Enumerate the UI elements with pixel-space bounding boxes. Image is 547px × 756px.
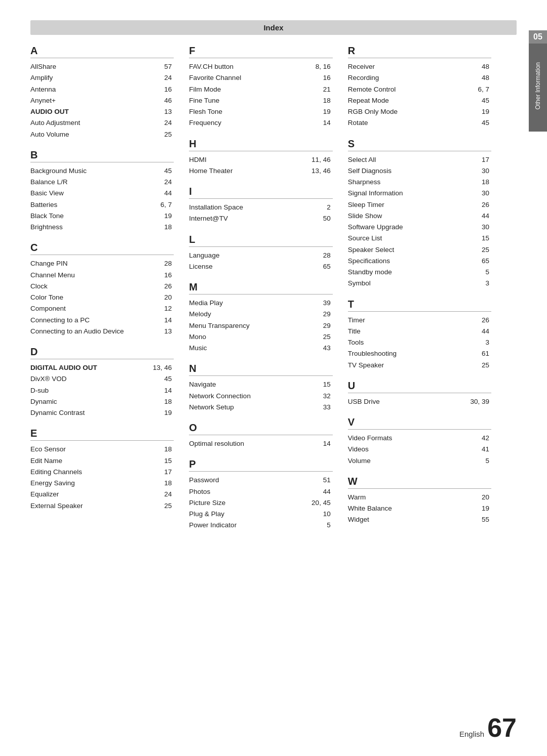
index-row: Media Play39: [189, 298, 332, 309]
index-item-page: 3: [470, 278, 491, 289]
index-row: Symbol3: [348, 278, 491, 289]
section-O: OOptimal resolution14: [189, 422, 332, 449]
index-table-W: Warm20White Balance19Widget55: [348, 492, 491, 526]
index-item-page: 20: [465, 492, 491, 503]
index-item-name: Auto Adjustment: [30, 117, 150, 129]
index-table-C: Change PIN28Channel Menu16Clock26Color T…: [30, 258, 174, 337]
index-item-name: D-sub: [30, 385, 139, 396]
index-table-B: Background Music45Balance L/R24Basic Vie…: [30, 165, 174, 233]
index-row: Melody29: [189, 309, 332, 320]
index-item-page: 18: [151, 478, 174, 489]
index-item-page: 61: [467, 348, 491, 359]
index-item-name: AllShare: [30, 61, 150, 72]
index-item-page: 30: [470, 222, 491, 233]
index-item-name: Fine Tune: [189, 95, 297, 106]
index-item-name: Slide Show: [348, 211, 470, 222]
section-P: PPassword51Photos44Picture Size20, 45Plu…: [189, 458, 332, 531]
index-item-name: Widget: [348, 514, 466, 525]
index-grid: AAllShare57Amplify24Antenna16Anynet+46AU…: [30, 45, 491, 540]
index-item-name: Photos: [189, 486, 288, 497]
index-row: Dynamic Contrast19: [30, 407, 174, 418]
index-table-F: FAV.CH button8, 16Favorite Channel16Film…: [189, 61, 332, 129]
index-item-page: 6, 7: [461, 84, 491, 95]
index-row: Speaker Select25: [348, 244, 491, 256]
index-row: Internet@TV50: [189, 213, 332, 224]
index-item-name: Network Setup: [189, 402, 313, 413]
index-item-page: 5: [289, 520, 333, 531]
index-row: Language28: [189, 250, 332, 261]
letter-heading-B: B: [30, 149, 174, 162]
index-item-page: 24: [150, 117, 174, 129]
index-row: Standby mode5: [348, 267, 491, 278]
index-row: Timer26: [348, 315, 491, 326]
index-row: Picture Size20, 45: [189, 497, 332, 509]
index-item-name: Source List: [348, 233, 470, 244]
index-item-name: External Speaker: [30, 500, 151, 512]
index-item-name: Power Indicator: [189, 520, 288, 531]
index-item-page: 44: [467, 326, 491, 337]
index-row: Background Music45: [30, 165, 174, 177]
section-E: EEco Sensor18Edit Name15Editing Channels…: [30, 428, 174, 512]
index-item-name: Select All: [348, 154, 470, 165]
index-row: Amplify24: [30, 72, 174, 83]
index-item-page: 25: [151, 500, 174, 512]
index-item-page: 14: [139, 385, 174, 396]
index-item-name: Navigate: [189, 379, 313, 390]
index-item-page: 28: [161, 258, 174, 269]
index-item-name: AUDIO OUT: [30, 106, 150, 117]
index-item-page: 19: [297, 106, 332, 117]
index-item-name: Melody: [189, 309, 312, 320]
index-table-I: Installation Space2Internet@TV50: [189, 202, 332, 225]
letter-heading-W: W: [348, 476, 491, 489]
index-item-name: Signal Information: [348, 188, 470, 199]
index-item-name: Tools: [348, 337, 468, 348]
index-item-page: 3: [467, 337, 491, 348]
index-row: Favorite Channel16: [189, 72, 332, 83]
index-table-L: Language28License65: [189, 250, 332, 273]
index-item-page: 65: [298, 261, 332, 272]
section-I: IInstallation Space2Internet@TV50: [189, 186, 332, 225]
index-item-page: 13: [161, 326, 174, 337]
index-item-name: Component: [30, 303, 161, 314]
index-item-page: 44: [289, 486, 333, 497]
index-item-name: Dynamic Contrast: [30, 407, 139, 418]
index-item-page: 41: [465, 444, 491, 455]
index-item-page: 17: [151, 467, 174, 478]
index-row: Equalizer24: [30, 489, 174, 500]
index-item-page: 2: [311, 202, 333, 213]
index-item-page: 5: [470, 267, 491, 278]
column-3: RReceiver48Recording48Remote Control6, 7…: [348, 45, 491, 540]
index-item-name: Warm: [348, 492, 466, 503]
index-item-page: 25: [470, 244, 491, 256]
index-row: Menu Transparency29: [189, 320, 332, 331]
index-item-name: Auto Volume: [30, 129, 150, 140]
letter-heading-I: I: [189, 186, 332, 199]
index-row: Source List15: [348, 233, 491, 244]
index-item-name: Amplify: [30, 72, 150, 83]
index-item-page: 18: [297, 95, 332, 106]
index-row: Mono25: [189, 331, 332, 343]
index-item-name: Antenna: [30, 84, 150, 95]
index-item-name: Specifications: [348, 256, 470, 267]
index-item-name: Music: [189, 343, 312, 354]
index-table-T: Timer26Title44Tools3Troubleshooting61TV …: [348, 315, 491, 371]
index-item-page: 6, 7: [146, 199, 174, 211]
column-2: FFAV.CH button8, 16Favorite Channel16Fil…: [189, 45, 332, 540]
index-item-name: Receiver: [348, 61, 461, 72]
index-item-name: Optimal resolution: [189, 438, 311, 449]
index-item-name: Brightness: [30, 222, 146, 233]
index-item-name: Network Connection: [189, 391, 313, 402]
index-item-name: Eco Sensor: [30, 444, 151, 455]
index-row: Specifications65: [348, 256, 491, 267]
index-item-page: 30, 39: [434, 396, 491, 407]
index-item-page: 14: [161, 315, 174, 326]
index-row: License65: [189, 261, 332, 272]
index-row: FAV.CH button8, 16: [189, 61, 332, 72]
index-table-V: Video Formats42Videos41Volume5: [348, 433, 491, 467]
index-item-page: 25: [150, 129, 174, 140]
index-item-page: 24: [151, 489, 174, 500]
index-row: HDMI11, 46: [189, 154, 332, 165]
index-title: Index: [30, 20, 517, 35]
index-item-name: Background Music: [30, 165, 146, 177]
letter-heading-L: L: [189, 234, 332, 247]
